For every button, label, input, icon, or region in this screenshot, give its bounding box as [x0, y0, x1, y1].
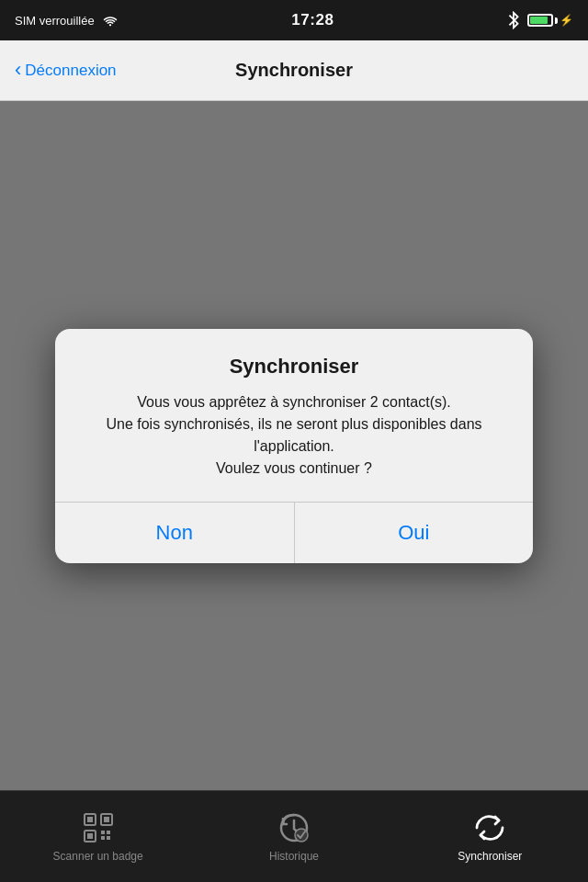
alert-title: Synchroniser: [85, 355, 503, 379]
historique-icon: [277, 811, 311, 844]
nav-back-label: Déconnexion: [25, 62, 116, 80]
svg-rect-6: [101, 831, 105, 834]
alert-yes-button[interactable]: Oui: [295, 503, 534, 563]
charging-icon: ⚡: [560, 14, 573, 27]
nav-title: Synchroniser: [235, 60, 353, 81]
back-chevron-icon: ‹: [15, 60, 21, 80]
time-display: 17:28: [291, 11, 334, 29]
alert-buttons: Non Oui: [55, 503, 533, 563]
synchroniser-tab-label: Synchroniser: [458, 850, 522, 863]
svg-rect-3: [104, 817, 109, 822]
tab-synchroniser[interactable]: Synchroniser: [392, 811, 588, 863]
alert-dialog: Synchroniser Vous vous apprêtez à synchr…: [55, 329, 533, 563]
battery-body: [527, 14, 553, 27]
battery-tip: [555, 17, 558, 24]
battery-indicator: ⚡: [527, 14, 573, 27]
tab-scanner[interactable]: Scanner un badge: [0, 811, 196, 863]
svg-rect-8: [101, 836, 105, 840]
wifi-icon: [102, 14, 119, 27]
status-bar: SIM verrouillée 17:28 ⚡: [0, 0, 588, 40]
bluetooth-icon: [507, 11, 520, 29]
battery-fill: [530, 17, 548, 24]
alert-message: Vous vous apprêtez à synchroniser 2 cont…: [85, 391, 503, 480]
scanner-icon: [82, 811, 115, 844]
status-left: SIM verrouillée: [15, 14, 119, 28]
tab-bar: Scanner un badge Historique: [0, 790, 588, 882]
svg-rect-5: [87, 833, 93, 839]
nav-back-button[interactable]: ‹ Déconnexion: [15, 62, 117, 80]
alert-body: Synchroniser Vous vous apprêtez à synchr…: [55, 329, 533, 502]
status-right: ⚡: [507, 11, 573, 29]
svg-rect-1: [87, 817, 93, 822]
synchroniser-icon: [473, 811, 506, 844]
main-content: Synchroniser Vous vous apprêtez à synchr…: [0, 101, 588, 790]
alert-no-button[interactable]: Non: [55, 503, 294, 563]
svg-rect-7: [107, 831, 110, 834]
svg-rect-9: [107, 836, 110, 840]
scanner-tab-label: Scanner un badge: [53, 850, 143, 863]
tab-historique[interactable]: Historique: [196, 811, 391, 863]
nav-bar: ‹ Déconnexion Synchroniser: [0, 40, 588, 101]
sim-label: SIM verrouillée: [15, 14, 95, 28]
historique-tab-label: Historique: [269, 850, 319, 863]
